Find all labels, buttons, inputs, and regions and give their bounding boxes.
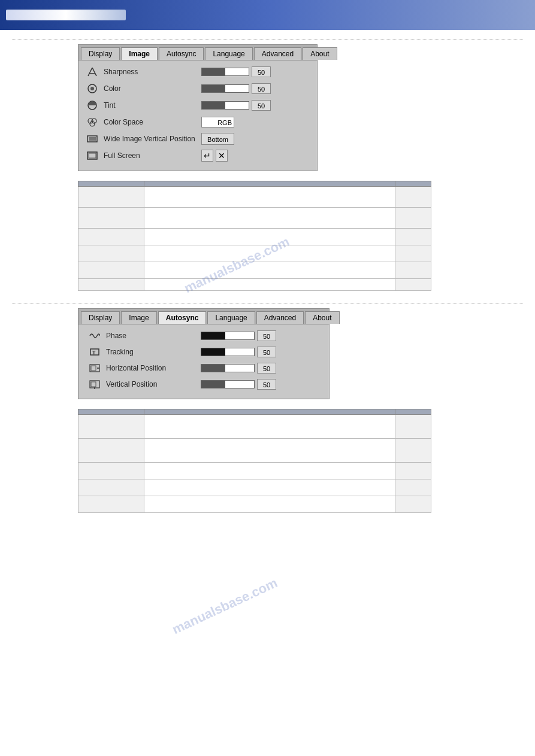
table-row <box>78 439 431 463</box>
dotted-separator-1 <box>12 39 523 40</box>
table-row <box>78 208 431 229</box>
tracking-label: Tracking <box>106 348 196 356</box>
image-tab-bar: Display Image Autosync Language Advanced… <box>78 45 317 60</box>
table-cell <box>395 463 431 479</box>
hposition-slider-track[interactable] <box>201 364 255 372</box>
tab-display-2[interactable]: Display <box>81 311 120 324</box>
phase-label: Phase <box>106 332 196 340</box>
table-cell <box>78 208 144 229</box>
image-table-col2-header <box>144 181 395 187</box>
tracking-row: T Tracking 50 <box>88 345 319 359</box>
tab-autosync-1[interactable]: Autosync <box>159 47 204 60</box>
color-slider-track[interactable] <box>201 84 249 93</box>
tab-autosync-2[interactable]: Autosync <box>158 311 207 324</box>
sharpness-icon <box>86 65 99 78</box>
color-row: Color 50 <box>86 82 310 95</box>
autosync-tab-bar: Display Image Autosync Language Advanced… <box>78 309 329 324</box>
wideimage-label: Wide Image Vertical Position <box>104 135 197 143</box>
table-cell <box>78 279 144 291</box>
autosync-table-col2-header <box>144 409 395 415</box>
vposition-slider-track[interactable] <box>201 380 255 388</box>
tab-advanced-1[interactable]: Advanced <box>254 47 301 60</box>
table-cell <box>395 208 431 229</box>
autosync-osd-content: Phase 50 T <box>78 324 329 399</box>
hposition-icon <box>88 362 101 375</box>
vposition-slider-container: 50 <box>201 379 319 390</box>
table-cell <box>78 479 144 496</box>
table-cell <box>78 187 144 208</box>
table-cell <box>144 229 395 245</box>
tint-slider-track[interactable] <box>201 101 249 110</box>
color-slider-container: 50 <box>201 83 310 94</box>
table-cell <box>144 439 395 463</box>
table-cell <box>78 496 144 513</box>
svg-text:T: T <box>92 350 96 356</box>
main-content: Display Image Autosync Language Advanced… <box>0 30 535 534</box>
hposition-slider-fill <box>201 365 225 372</box>
table-row <box>78 262 431 279</box>
fullscreen-enter-icon[interactable]: ↵ <box>201 150 213 162</box>
hposition-row: Horizontal Position 50 <box>88 362 319 375</box>
tracking-slider-track[interactable] <box>201 348 255 356</box>
color-label: Color <box>104 84 197 93</box>
vposition-label: Vertical Position <box>106 380 196 388</box>
colorspace-value: RGB <box>201 117 234 127</box>
header-bar <box>6 10 126 20</box>
tab-about-2[interactable]: About <box>305 311 339 324</box>
table-row <box>78 496 431 513</box>
tab-image-1[interactable]: Image <box>121 47 158 60</box>
colorspace-row: Color Space RGB <box>86 116 310 129</box>
table-cell <box>395 279 431 291</box>
tab-advanced-2[interactable]: Advanced <box>256 311 304 324</box>
svg-rect-12 <box>89 153 96 158</box>
image-section: Display Image Autosync Language Advanced… <box>12 39 523 291</box>
fullscreen-icons: ↵ ✕ <box>201 150 228 162</box>
table-row <box>78 279 431 291</box>
svg-line-1 <box>92 68 96 76</box>
svg-rect-16 <box>91 366 96 371</box>
sharpness-slider-track[interactable] <box>201 68 249 76</box>
hposition-label: Horizontal Position <box>106 364 196 372</box>
table-row <box>78 463 431 479</box>
table-cell <box>395 245 431 262</box>
svg-point-4 <box>90 87 94 90</box>
tab-about-1[interactable]: About <box>303 47 337 60</box>
phase-icon <box>88 329 101 342</box>
autosync-osd-panel: Display Image Autosync Language Advanced… <box>78 308 330 399</box>
table-cell <box>395 496 431 513</box>
table-cell <box>144 415 395 439</box>
tab-language-2[interactable]: Language <box>207 311 255 324</box>
color-icon <box>86 82 99 95</box>
fullscreen-close-icon[interactable]: ✕ <box>216 150 228 162</box>
image-info-table <box>78 181 431 291</box>
tint-value: 50 <box>252 100 271 111</box>
tab-display-1[interactable]: Display <box>81 47 120 60</box>
wideimage-btn-container: Bottom <box>201 133 310 145</box>
vposition-row: Vertical Position 50 <box>88 378 319 391</box>
table-cell <box>78 262 144 279</box>
wideimage-button[interactable]: Bottom <box>201 133 234 145</box>
table-cell <box>144 245 395 262</box>
autosync-table-col3-header <box>395 409 431 415</box>
autosync-section: Display Image Autosync Language Advanced… <box>12 303 523 513</box>
hposition-slider-container: 50 <box>201 363 319 374</box>
watermark-2: manualsbase.com <box>170 575 280 637</box>
phase-slider-track[interactable] <box>201 332 255 340</box>
table-cell <box>395 415 431 439</box>
autosync-table-col1-header <box>78 409 144 415</box>
table-cell <box>144 496 395 513</box>
svg-rect-19 <box>91 382 96 387</box>
image-table-col3-header <box>395 181 431 187</box>
wideimage-icon <box>86 132 99 145</box>
tint-label: Tint <box>104 101 197 110</box>
phase-value: 50 <box>257 330 276 341</box>
table-row <box>78 229 431 245</box>
table-cell <box>144 463 395 479</box>
tab-image-2[interactable]: Image <box>121 311 156 324</box>
tab-language-1[interactable]: Language <box>205 47 252 60</box>
wideimage-row: Wide Image Vertical Position Bottom <box>86 132 310 145</box>
tint-icon <box>86 99 99 112</box>
color-slider-fill <box>202 85 225 92</box>
phase-row: Phase 50 <box>88 329 319 342</box>
tint-row: Tint 50 <box>86 99 310 112</box>
